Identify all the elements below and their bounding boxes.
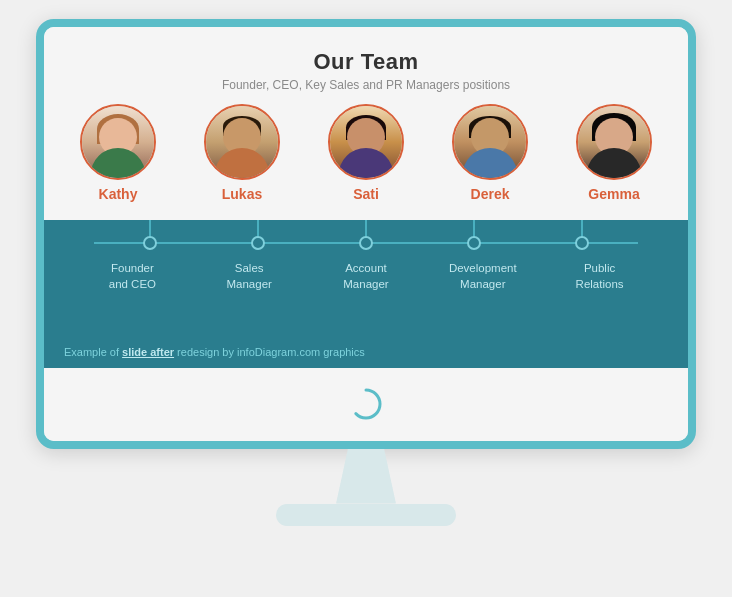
footer-text-bold: slide after [122, 346, 174, 358]
body [339, 148, 394, 178]
monitor-screen: Our Team Founder, CEO, Key Sales and PR … [36, 19, 696, 449]
footer-text-before: Example of [64, 346, 122, 358]
team-member-sati: Sati [328, 104, 404, 202]
timeline-stem-5 [581, 220, 583, 237]
team-member-kathy: Kathy [80, 104, 156, 202]
role-lukas: SalesManager [204, 260, 294, 292]
svg-point-0 [352, 390, 380, 418]
timeline-dot-1 [143, 236, 157, 250]
screen-footer: Example of slide after redesign by infoD… [64, 346, 365, 358]
avatar-sati [328, 104, 404, 180]
monitor-base [276, 504, 456, 526]
team-member-derek: Derek [452, 104, 528, 202]
body [91, 148, 146, 178]
avatar-lukas [204, 104, 280, 180]
role-gemma: PublicRelations [555, 260, 645, 292]
avatar-gemma [576, 104, 652, 180]
timeline-stem-3 [365, 220, 367, 237]
member-name-lukas: Lukas [222, 186, 262, 202]
body [215, 148, 270, 178]
screen-top: Our Team Founder, CEO, Key Sales and PR … [44, 27, 688, 212]
timeline-stem-1 [149, 220, 151, 237]
body [463, 148, 518, 178]
role-sati: AccountManager [321, 260, 411, 292]
footer-text-after: redesign by infoDiagram.com graphics [174, 346, 365, 358]
timeline-dot-2 [251, 236, 265, 250]
timeline-dot-3 [359, 236, 373, 250]
member-name-kathy: Kathy [99, 186, 138, 202]
screen-bottom: Founderand CEO SalesManager AccountManag… [44, 220, 688, 368]
timeline-dot-5 [575, 236, 589, 250]
member-name-gemma: Gemma [588, 186, 639, 202]
avatar-derek [452, 104, 528, 180]
timeline-dot-4 [467, 236, 481, 250]
screen-inner: Our Team Founder, CEO, Key Sales and PR … [44, 27, 688, 441]
team-member-gemma: Gemma [576, 104, 652, 202]
monitor-wrapper: Our Team Founder, CEO, Key Sales and PR … [26, 19, 706, 579]
page-subtitle: Founder, CEO, Key Sales and PR Managers … [74, 78, 658, 92]
role-kathy: Founderand CEO [87, 260, 177, 292]
team-member-lukas: Lukas [204, 104, 280, 202]
team-row: Kathy Lukas [74, 92, 658, 202]
timeline-stem-2 [257, 220, 259, 237]
body [587, 148, 642, 178]
avatar-kathy [80, 104, 156, 180]
role-derek: DevelopmentManager [438, 260, 528, 292]
timeline-stem-4 [473, 220, 475, 237]
page-title: Our Team [74, 49, 658, 75]
monitor-neck [336, 449, 396, 504]
loading-spinner-icon [348, 386, 384, 422]
member-name-derek: Derek [471, 186, 510, 202]
spinner-area [44, 368, 688, 441]
member-name-sati: Sati [353, 186, 379, 202]
